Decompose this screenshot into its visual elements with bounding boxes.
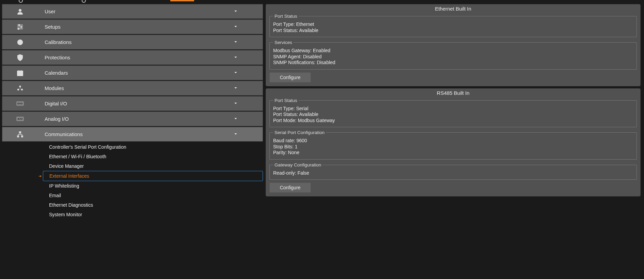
legend: Gateway Configuration xyxy=(273,162,323,167)
sub-item-label: Ethernet / Wi-Fi / Bluetooth xyxy=(49,154,106,159)
sub-item-email[interactable]: Email xyxy=(2,191,263,200)
svg-point-2 xyxy=(18,24,20,26)
panel-title: RS485 Built In xyxy=(269,90,637,96)
legend: Serial Port Configuration xyxy=(273,130,326,135)
sub-item-label: Ethernet Diagnostics xyxy=(49,202,93,208)
sub-item-device-manager[interactable]: Device Manager xyxy=(2,161,263,171)
chevron-down-icon xyxy=(233,54,239,61)
nav-item-analog-io[interactable]: AIO Analog I/O xyxy=(2,112,263,126)
svg-point-0 xyxy=(19,9,21,11)
chevron-down-icon xyxy=(233,8,239,15)
nav-label: Setups xyxy=(45,24,61,30)
kv-port-status: Port Status: Available xyxy=(273,112,633,118)
kv-read-only: Read-only: False xyxy=(273,170,633,176)
kv-port-mode: Port Mode: Modbus Gateway xyxy=(273,118,633,124)
top-tab-accent xyxy=(170,0,194,1)
kv-value: Serial xyxy=(296,106,308,111)
kv-modbus-gateway: Modbus Gateway: Enabled xyxy=(273,48,633,54)
kv-value: 1 xyxy=(295,144,298,149)
top-bar xyxy=(0,0,644,3)
kv-label: Stop Bits: xyxy=(273,144,294,149)
chevron-down-icon xyxy=(233,131,239,138)
nav-item-digital-io[interactable]: DIO Digital I/O xyxy=(2,96,263,111)
kv-label: Baud rate: xyxy=(273,138,295,143)
kv-value: Disabled xyxy=(317,60,335,65)
legend: Port Status xyxy=(273,98,299,103)
sub-item-label: Device Manager xyxy=(49,163,84,169)
sub-item-label: External Interfaces xyxy=(49,173,89,179)
kv-stop-bits: Stop Bits: 1 xyxy=(273,144,633,150)
fieldset-services: Services Modbus Gateway: Enabled SNMP Ag… xyxy=(269,40,637,70)
chevron-down-icon xyxy=(233,115,239,122)
kv-value: Available xyxy=(299,112,318,117)
kv-snmp-notifications: SNMP Notifications: Disabled xyxy=(273,60,633,66)
nav-item-setups[interactable]: Setups xyxy=(2,19,263,34)
sub-item-ethernet-wifi-bt[interactable]: Ethernet / Wi-Fi / Bluetooth xyxy=(2,152,263,161)
chevron-down-icon xyxy=(233,100,239,107)
svg-rect-9 xyxy=(17,71,23,76)
communications-submenu: Controller's Serial Port Configuration E… xyxy=(2,142,263,219)
sub-item-system-monitor[interactable]: System Monitor xyxy=(2,210,263,219)
sub-item-label: System Monitor xyxy=(49,212,82,217)
sub-item-external-interfaces[interactable]: External Interfaces xyxy=(43,171,263,181)
configure-button[interactable]: Configure xyxy=(269,72,311,83)
top-indicator-1 xyxy=(19,0,23,3)
chevron-down-icon xyxy=(233,23,239,30)
configure-button[interactable]: Configure xyxy=(269,182,311,193)
kv-value: 9600 xyxy=(297,138,307,143)
fieldset-port-status: Port Status Port Type: Serial Port Statu… xyxy=(269,98,637,128)
nav-label: Calendars xyxy=(45,70,68,76)
chevron-down-icon xyxy=(233,85,239,92)
chevron-down-icon xyxy=(233,39,239,46)
kv-snmp-agent: SNMP Agent: Disabled xyxy=(273,54,633,60)
content-area: Ethernet Built In Port Status Port Type:… xyxy=(266,4,642,277)
svg-rect-21 xyxy=(21,135,23,137)
sub-item-ip-whitelisting[interactable]: IP Whitelisting xyxy=(2,181,263,191)
kv-label: SNMP Agent: xyxy=(273,54,302,59)
modules-icon xyxy=(16,84,24,92)
kv-value: Modbus Gateway xyxy=(298,118,335,123)
kv-label: Port Type: xyxy=(273,21,295,27)
kv-label: Port Status: xyxy=(273,112,298,117)
nav-item-protections[interactable]: Protections xyxy=(2,50,263,65)
kv-label: Read-only: xyxy=(273,170,296,176)
svg-point-8 xyxy=(19,41,21,43)
nav-label: Digital I/O xyxy=(45,101,67,106)
legend: Services xyxy=(273,40,294,45)
svg-point-6 xyxy=(18,28,19,29)
kv-value: Available xyxy=(299,28,318,33)
kv-baud-rate: Baud rate: 9600 xyxy=(273,138,633,144)
legend: Port Status xyxy=(273,14,299,19)
panel-ethernet: Ethernet Built In Port Status Port Type:… xyxy=(266,4,641,86)
nav-item-calibrations[interactable]: Calibrations xyxy=(2,35,263,49)
chevron-down-icon xyxy=(233,69,239,76)
svg-point-18 xyxy=(21,89,23,90)
sidebar-nav: User Setups Calibrations Protections xyxy=(2,4,263,277)
top-indicator-2 xyxy=(82,0,86,3)
fieldset-port-status: Port Status Port Type: Ethernet Port Sta… xyxy=(269,14,637,37)
kv-label: SNMP Notifications: xyxy=(273,60,315,65)
aio-icon: AIO xyxy=(16,115,24,123)
kv-label: Port Type: xyxy=(273,106,295,111)
svg-rect-19 xyxy=(19,131,21,133)
nav-item-communications[interactable]: Communications xyxy=(2,127,263,142)
kv-label: Parity: xyxy=(273,150,287,155)
kv-parity: Parity: None xyxy=(273,150,633,156)
sub-item-ethernet-diagnostics[interactable]: Ethernet Diagnostics xyxy=(2,200,263,210)
user-icon xyxy=(16,8,24,16)
nav-label: Communications xyxy=(45,131,83,137)
kv-value: False xyxy=(298,170,309,176)
svg-point-4 xyxy=(21,26,22,28)
nav-item-user[interactable]: User xyxy=(2,4,263,19)
nav-label: User xyxy=(45,9,56,14)
nav-item-calendars[interactable]: Calendars xyxy=(2,65,263,80)
kv-port-status: Port Status: Available xyxy=(273,28,633,34)
kv-label: Port Status: xyxy=(273,28,298,33)
calendar-icon xyxy=(16,69,24,77)
kv-value: Disabled xyxy=(303,54,321,59)
nav-item-modules[interactable]: Modules xyxy=(2,81,263,96)
sub-item-label: Controller's Serial Port Configuration xyxy=(49,144,126,150)
svg-rect-20 xyxy=(17,135,19,137)
kv-value: None xyxy=(288,150,299,155)
sub-item-serial-port-config[interactable]: Controller's Serial Port Configuration xyxy=(2,142,263,152)
